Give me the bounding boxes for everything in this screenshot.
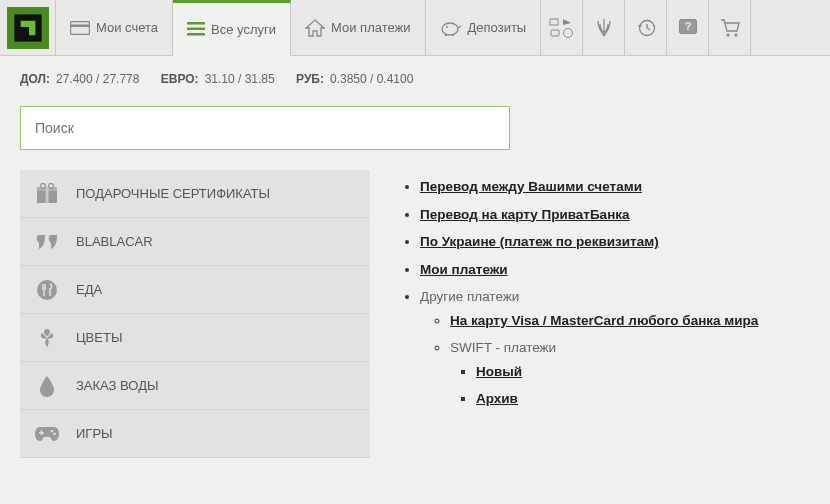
svg-point-28 [53, 432, 56, 435]
top-navigation: Мои счета Все услуги Мои платежи Депозит… [0, 0, 830, 56]
svg-rect-3 [70, 24, 90, 27]
tab-my-accounts[interactable]: Мои счета [56, 0, 173, 55]
category-games[interactable]: ИГРЫ [20, 410, 370, 458]
menu-icon [187, 22, 205, 36]
svg-rect-26 [41, 430, 43, 435]
tab-emblem[interactable] [583, 0, 625, 55]
search-input[interactable] [20, 106, 510, 150]
rate-rub-label: РУБ: [296, 72, 324, 86]
rate-usd-label: ДОЛ: [20, 72, 50, 86]
help-icon: ? [678, 18, 698, 38]
tab-label: Депозиты [468, 20, 527, 35]
tab-cart[interactable] [709, 0, 751, 55]
categories-list: ПОДАРОЧНЫЕ СЕРТИФИКАТЫ BLABLACAR ЕДА ЦВЕ… [20, 170, 370, 458]
svg-rect-1 [14, 14, 41, 41]
label-other-payments: Другие платежи [420, 289, 519, 304]
svg-rect-10 [452, 34, 454, 36]
svg-text:?: ? [684, 20, 691, 32]
svg-point-27 [51, 429, 54, 432]
gift-icon [34, 181, 60, 207]
svg-point-24 [37, 280, 57, 300]
tab-help[interactable]: ? [667, 0, 709, 55]
rate-eur-label: ЕВРО: [161, 72, 199, 86]
svg-rect-21 [46, 187, 49, 203]
category-label: ЦВЕТЫ [76, 330, 122, 345]
svg-rect-4 [187, 22, 205, 25]
label-swift: SWIFT - платежи [450, 340, 556, 355]
tab-history[interactable] [625, 0, 667, 55]
svg-rect-11 [550, 19, 558, 25]
house-icon [305, 19, 325, 37]
tab-label: Все услуги [211, 22, 276, 37]
svg-point-7 [442, 23, 458, 35]
cart-icon [719, 18, 741, 38]
link-my-payments[interactable]: Мои платежи [420, 262, 508, 277]
tab-my-payments[interactable]: Мои платежи [291, 0, 426, 55]
link-transfer-own[interactable]: Перевод между Вашими счетами [420, 179, 642, 194]
svg-point-18 [734, 33, 737, 36]
link-visa-mastercard-world[interactable]: На карту Visa / MasterCard любого банка … [450, 313, 758, 328]
rate-eur: 31.10 / 31.85 [205, 72, 275, 86]
svg-rect-2 [71, 21, 90, 34]
link-swift-archive[interactable]: Архив [476, 391, 518, 406]
drop-icon [34, 373, 60, 399]
travel-icon [549, 17, 575, 39]
category-label: BLABLACAR [76, 234, 153, 249]
quotes-icon [34, 229, 60, 255]
gamepad-icon [34, 421, 60, 447]
svg-rect-5 [187, 28, 205, 31]
food-icon [34, 277, 60, 303]
trident-icon [596, 18, 612, 38]
link-ukraine-payment[interactable]: По Украине (платеж по реквизитам) [420, 234, 659, 249]
category-blablacar[interactable]: BLABLACAR [20, 218, 370, 266]
link-transfer-privat-card[interactable]: Перевод на карту ПриватБанка [420, 207, 630, 222]
card-icon [70, 21, 90, 35]
piggy-icon [440, 20, 462, 36]
category-food[interactable]: ЕДА [20, 266, 370, 314]
category-flowers[interactable]: ЦВЕТЫ [20, 314, 370, 362]
rate-usd: 27.400 / 27.778 [56, 72, 139, 86]
link-swift-new[interactable]: Новый [476, 364, 522, 379]
tab-label: Мои счета [96, 20, 158, 35]
svg-point-8 [446, 26, 448, 28]
category-water[interactable]: ЗАКАЗ ВОДЫ [20, 362, 370, 410]
history-icon [636, 18, 656, 38]
tab-travel[interactable] [541, 0, 583, 55]
services-tree: Перевод между Вашими счетами Перевод на … [398, 170, 810, 458]
rate-rub: 0.3850 / 0.4100 [330, 72, 413, 86]
tab-label: Мои платежи [331, 20, 411, 35]
svg-rect-6 [187, 33, 205, 36]
tab-all-services[interactable]: Все услуги [173, 0, 291, 56]
category-label: ПОДАРОЧНЫЕ СЕРТИФИКАТЫ [76, 186, 270, 201]
category-gift-certificates[interactable]: ПОДАРОЧНЫЕ СЕРТИФИКАТЫ [20, 170, 370, 218]
category-label: ИГРЫ [76, 426, 113, 441]
svg-rect-13 [551, 30, 559, 36]
currency-rates: ДОЛ:27.400 / 27.778 ЕВРО:31.10 / 31.85 Р… [0, 56, 830, 96]
tab-deposits[interactable]: Депозиты [426, 0, 542, 55]
svg-rect-9 [445, 34, 447, 36]
category-label: ЕДА [76, 282, 102, 297]
bank-logo[interactable] [0, 0, 56, 56]
flower-icon [34, 325, 60, 351]
category-label: ЗАКАЗ ВОДЫ [76, 378, 158, 393]
svg-point-17 [726, 33, 729, 36]
svg-point-12 [563, 28, 572, 37]
